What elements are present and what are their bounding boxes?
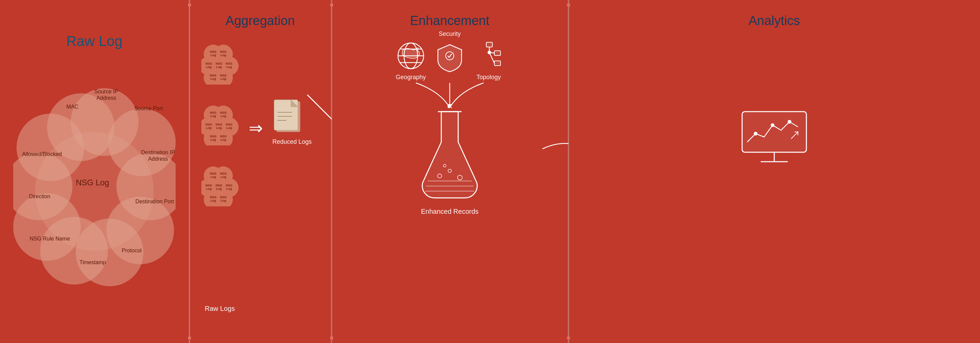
- arrows-svg: [399, 81, 501, 108]
- field-direction: Direction: [19, 193, 60, 200]
- security-label: Security: [439, 30, 461, 38]
- svg-text:NSG: NSG: [220, 172, 227, 175]
- svg-text:NSG: NSG: [210, 195, 216, 199]
- field-mac: MAC: [52, 103, 93, 110]
- svg-text:Log: Log: [226, 187, 232, 191]
- divider-dot-top: [188, 3, 191, 7]
- svg-text:NSG: NSG: [226, 184, 232, 187]
- enh-divider-dot-bottom: [330, 336, 333, 340]
- svg-text:NSG: NSG: [220, 135, 227, 138]
- svg-point-104: [488, 51, 491, 54]
- svg-text:Log: Log: [221, 199, 226, 202]
- enhancement-title: Enhancement: [410, 14, 490, 28]
- venn-diagram: Source IP Address Source Port Destinatio…: [13, 56, 176, 310]
- svg-text:NSG: NSG: [220, 50, 227, 54]
- svg-text:Log: Log: [221, 54, 226, 57]
- svg-text:NSG: NSG: [220, 195, 227, 199]
- field-dest-ip: Destination IPAddress: [138, 149, 178, 162]
- svg-text:Log: Log: [210, 77, 216, 81]
- geography-icon: [396, 41, 426, 71]
- svg-text:Log: Log: [210, 54, 216, 57]
- svg-rect-100: [495, 61, 501, 66]
- analytics-left-divider: [568, 0, 569, 343]
- enhancement-icons-row: Geography Security: [396, 41, 504, 81]
- analytics-title: Analytics: [749, 14, 800, 28]
- svg-text:NSG: NSG: [216, 123, 222, 126]
- svg-text:Log: Log: [206, 65, 212, 69]
- analytics-icon-container: [737, 108, 811, 170]
- divider-dot-bottom: [188, 336, 191, 340]
- nsg-bubbles-1: NSG Log NSG Log NSG Log NSG Log NSG Log …: [201, 44, 239, 84]
- svg-text:Log: Log: [221, 77, 226, 81]
- svg-text:Log: Log: [210, 138, 216, 141]
- field-source-port: Source Port: [128, 105, 169, 112]
- nsg-log-center-label: NSG Log: [76, 178, 109, 187]
- document-svg: [272, 98, 303, 135]
- svg-text:NSG: NSG: [210, 50, 216, 54]
- aggregation-section: Aggregation NSG Log NSG Log NSG Log NS: [189, 0, 332, 343]
- left-divider: [189, 0, 190, 343]
- svg-line-103: [489, 52, 495, 63]
- field-protocol: Protocol: [111, 247, 152, 254]
- svg-text:NSG: NSG: [220, 111, 227, 114]
- enhancement-section: Enhancement Geography: [332, 0, 568, 343]
- topology-label: Topology: [476, 74, 501, 81]
- svg-text:Log: Log: [221, 114, 226, 118]
- geography-icon-box: Geography: [396, 41, 426, 81]
- field-dest-port: Destination Port: [134, 198, 175, 205]
- flask-svg: [419, 108, 480, 203]
- svg-text:Log: Log: [210, 199, 216, 202]
- svg-rect-99: [495, 51, 501, 56]
- enh-divider-dot-top: [330, 3, 333, 7]
- nsg-group-1: NSG Log NSG Log NSG Log NSG Log NSG Log …: [201, 44, 239, 86]
- svg-text:Log: Log: [226, 65, 232, 69]
- svg-point-122: [771, 124, 774, 127]
- main-content: Aggregation NSG Log NSG Log NSG Log NS: [189, 0, 980, 343]
- svg-text:Log: Log: [226, 126, 232, 130]
- flask-icon-container: Enhanced Records: [419, 108, 480, 216]
- svg-text:Log: Log: [206, 187, 212, 191]
- field-timestamp: Timestamp: [72, 259, 113, 265]
- analytics-section: Analytics: [568, 0, 980, 343]
- nsg-group-3: NSG Log NSG Log NSG Log NSG Log NSG Log …: [201, 166, 239, 208]
- svg-point-121: [754, 132, 757, 135]
- svg-text:NSG: NSG: [216, 184, 222, 187]
- svg-text:NSG: NSG: [205, 184, 212, 187]
- analytics-divider-dot-bottom: [567, 336, 570, 340]
- left-panel: Raw Log: [0, 0, 189, 343]
- arrow-right: ⇒: [249, 118, 263, 138]
- svg-text:Log: Log: [221, 138, 226, 141]
- aggregation-title: Aggregation: [226, 14, 295, 28]
- svg-text:NSG: NSG: [216, 62, 222, 65]
- topology-icon: [473, 41, 504, 71]
- analytics-divider-dot-top: [567, 3, 570, 7]
- svg-text:Log: Log: [216, 65, 222, 69]
- nsg-group-2: NSG Log NSG Log NSG Log NSG Log NSG Log …: [201, 105, 239, 147]
- svg-text:NSG: NSG: [205, 123, 212, 126]
- arrows-to-flask: [399, 81, 501, 110]
- svg-text:NSG: NSG: [210, 74, 216, 77]
- enhanced-records-label: Enhanced Records: [419, 208, 480, 216]
- svg-text:Log: Log: [210, 175, 216, 179]
- svg-point-123: [788, 121, 791, 123]
- field-allowed: Allowed/Blocked: [22, 151, 62, 157]
- svg-text:Log: Log: [221, 175, 226, 179]
- nsg-bubbles-2: NSG Log NSG Log NSG Log NSG Log NSG Log …: [201, 105, 239, 146]
- field-source-ip: Source IP Address: [86, 88, 127, 101]
- topology-icon-box: Topology: [473, 41, 504, 81]
- raw-log-title: Raw Log: [66, 33, 123, 49]
- svg-text:NSG: NSG: [205, 62, 212, 65]
- field-nsg-rule: NSG Rule Name: [29, 235, 70, 242]
- svg-text:NSG: NSG: [220, 74, 227, 77]
- security-icon: [436, 43, 463, 73]
- raw-logs-label: Raw Logs: [205, 305, 235, 313]
- svg-text:NSG: NSG: [226, 123, 232, 126]
- geography-label: Geography: [396, 74, 426, 81]
- svg-text:Log: Log: [210, 114, 216, 118]
- svg-text:Log: Log: [216, 126, 222, 130]
- svg-text:Log: Log: [206, 126, 212, 130]
- svg-text:NSG: NSG: [210, 135, 216, 138]
- svg-text:NSG: NSG: [210, 172, 216, 175]
- enh-left-divider: [332, 0, 332, 343]
- svg-text:NSG: NSG: [210, 111, 216, 114]
